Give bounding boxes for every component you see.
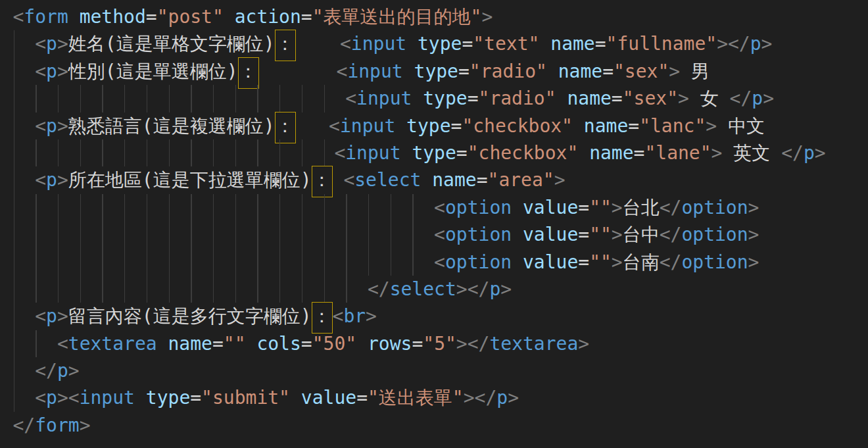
text-token bbox=[556, 87, 567, 109]
unicode-highlight-box: ： bbox=[275, 30, 296, 61]
text-token bbox=[333, 169, 344, 191]
code-line-14: </p> bbox=[13, 357, 868, 384]
punctuation-token: > bbox=[748, 251, 760, 273]
tag-name-token: p bbox=[46, 33, 57, 55]
string-token: "post" bbox=[157, 6, 224, 28]
text-token: 熟悉語言(這是複選欄位) bbox=[68, 115, 275, 137]
punctuation-token: < bbox=[434, 251, 445, 273]
unicode-highlight-box: ： bbox=[312, 302, 333, 334]
operator-token: = bbox=[634, 142, 645, 164]
punctuation-token: < bbox=[35, 33, 46, 55]
code-area[interactable]: <form method="post" action="表單送出的目的地"> <… bbox=[13, 3, 868, 439]
punctuation-token: > bbox=[711, 142, 723, 164]
text-token bbox=[512, 197, 523, 218]
tag-name-token: option bbox=[445, 251, 512, 273]
attribute-name-token: type bbox=[418, 33, 462, 55]
tag-name-token: input bbox=[356, 87, 412, 109]
text-token bbox=[578, 142, 589, 164]
punctuation-token: </ bbox=[660, 251, 682, 273]
operator-token: = bbox=[462, 33, 473, 55]
attribute-name-token: type bbox=[406, 115, 450, 137]
attribute-name-token: value bbox=[523, 251, 578, 273]
punctuation-token: </ bbox=[660, 197, 682, 218]
attribute-name-token: method bbox=[80, 6, 146, 28]
punctuation-token: < bbox=[345, 87, 356, 109]
punctuation-token: </ bbox=[728, 33, 750, 55]
punctuation-token: > bbox=[761, 33, 773, 55]
tag-name-token: textarea bbox=[68, 333, 157, 355]
text-token bbox=[296, 33, 340, 55]
code-line-10: <option value="">台南</option> bbox=[13, 249, 868, 276]
punctuation-token: </ bbox=[468, 278, 490, 300]
string-token: "" bbox=[589, 197, 612, 218]
tag-name-token: textarea bbox=[489, 333, 578, 355]
punctuation-token: > bbox=[57, 305, 68, 327]
tag-name-token: form bbox=[35, 414, 79, 436]
punctuation-token: < bbox=[35, 169, 46, 191]
operator-token: = bbox=[458, 61, 470, 82]
operator-token: = bbox=[212, 333, 224, 355]
punctuation-token: < bbox=[333, 305, 344, 327]
punctuation-token: < bbox=[434, 197, 445, 218]
punctuation-token: < bbox=[334, 142, 345, 164]
text-token bbox=[296, 115, 329, 137]
operator-token: = bbox=[301, 6, 312, 28]
text-token bbox=[224, 6, 235, 28]
punctuation-token: </ bbox=[368, 278, 390, 300]
code-line-6: <input type="checkbox" name="lane"> 英文 <… bbox=[13, 139, 868, 166]
attribute-name-token: value bbox=[301, 387, 356, 409]
punctuation-token: > bbox=[717, 33, 728, 55]
tag-name-token: p bbox=[46, 387, 57, 409]
punctuation-token: < bbox=[329, 115, 340, 137]
operator-token: = bbox=[468, 87, 479, 109]
tag-name-token: select bbox=[390, 278, 456, 300]
operator-token: = bbox=[356, 387, 368, 409]
punctuation-token: < bbox=[434, 224, 445, 245]
punctuation-token: > bbox=[481, 6, 493, 28]
punctuation-token: < bbox=[35, 305, 46, 327]
text-token bbox=[512, 224, 523, 245]
string-token: "submit" bbox=[201, 387, 290, 409]
punctuation-token: </ bbox=[475, 387, 497, 409]
punctuation-token: > bbox=[706, 115, 717, 137]
operator-token: = bbox=[477, 169, 488, 191]
code-line-16: </form> bbox=[13, 412, 868, 439]
string-token: "5" bbox=[423, 333, 456, 355]
tag-name-token: input bbox=[340, 115, 395, 137]
punctuation-token: > bbox=[612, 251, 623, 273]
text-token bbox=[13, 142, 335, 164]
code-line-15: <p><input type="submit" value="送出表單"></p… bbox=[13, 384, 868, 411]
code-editor: <form method="post" action="表單送出的目的地"> <… bbox=[0, 0, 868, 448]
text-token bbox=[412, 87, 423, 109]
text-token bbox=[13, 61, 36, 82]
attribute-name-token: type bbox=[146, 387, 190, 409]
text-token bbox=[68, 6, 80, 28]
code-line-9: <option value="">台中</option> bbox=[13, 221, 868, 248]
punctuation-token: > bbox=[815, 142, 826, 164]
tag-name-token: p bbox=[46, 115, 57, 137]
text-token bbox=[13, 251, 435, 273]
attribute-name-token: rows bbox=[368, 333, 412, 355]
code-line-1: <form method="post" action="表單送出的目的地"> bbox=[13, 3, 868, 30]
punctuation-token: > bbox=[763, 87, 774, 109]
punctuation-token: > bbox=[57, 387, 68, 409]
string-token: "sex" bbox=[623, 87, 678, 109]
operator-token: = bbox=[412, 333, 423, 355]
code-line-7: <p>所在地區(這是下拉選單欄位)： <select name="area"> bbox=[13, 166, 868, 193]
string-token: "checkbox" bbox=[462, 115, 573, 137]
punctuation-token: > bbox=[456, 333, 468, 355]
text-token bbox=[13, 87, 346, 109]
tag-name-token: option bbox=[681, 251, 748, 273]
string-token: "送出表單" bbox=[368, 387, 464, 409]
punctuation-token: > bbox=[68, 360, 80, 382]
punctuation-token: > bbox=[57, 115, 68, 137]
code-line-12: <p>留言內容(這是多行文字欄位)：<br> bbox=[13, 303, 868, 330]
tag-name-token: p bbox=[804, 142, 815, 164]
string-token: "radio" bbox=[479, 87, 556, 109]
punctuation-token: < bbox=[35, 61, 46, 82]
string-token: "表單送出的目的地" bbox=[312, 6, 482, 28]
text-token: 台中 bbox=[623, 224, 660, 245]
string-token: "lanc" bbox=[639, 115, 706, 137]
code-line-13: <textarea name="" cols="50" rows="5"></t… bbox=[13, 330, 868, 357]
text-token: 姓名(這是單格文字欄位) bbox=[68, 33, 275, 55]
